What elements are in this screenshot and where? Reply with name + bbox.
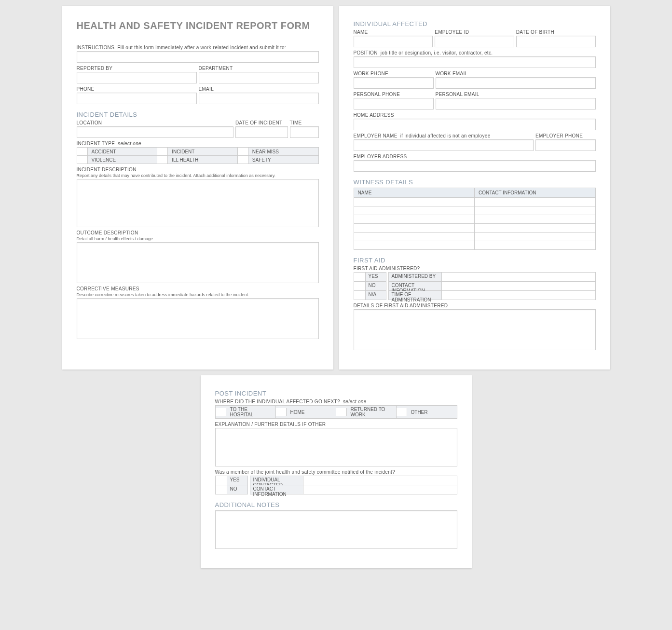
incident-type-opt-violence[interactable]: VIOLENCE: [77, 156, 158, 164]
incident-type-opt-incident[interactable]: INCIDENT: [157, 148, 238, 156]
incident-type-opt-safety[interactable]: SAFETY: [238, 156, 318, 164]
incident-type-hint: select one: [118, 141, 141, 146]
fa-admin-by-label: ADMINISTERED BY: [389, 273, 442, 281]
notes-textarea[interactable]: [215, 510, 457, 549]
cm-individual-label: INDIVIDUAL CONTACTED: [250, 476, 303, 485]
first-aid-opt-no[interactable]: NO: [354, 282, 386, 291]
witness-heading: WITNESS DETAILS: [354, 178, 596, 186]
time-label: TIME: [290, 120, 319, 125]
employer-name-label: EMPLOYER NAME if individual affected is …: [354, 133, 534, 138]
fa-admin-by-input[interactable]: [442, 273, 595, 281]
fa-time-label: TIME OF ADMINSTRATION: [389, 291, 442, 300]
home-address-input[interactable]: [354, 119, 596, 130]
work-email-input[interactable]: [436, 77, 596, 89]
corrective-label: CORRECTIVE MEASURES: [77, 286, 319, 291]
location-input[interactable]: [77, 126, 234, 138]
page-3: POST INCIDENT WHERE DID THE INDIVIDUAL A…: [201, 375, 472, 568]
employer-phone-input[interactable]: [535, 139, 596, 151]
email-label: EMAIL: [199, 86, 319, 92]
cm-individual-input[interactable]: [303, 476, 457, 485]
first-aid-opt-yes[interactable]: YES: [354, 273, 386, 282]
ind-name-input[interactable]: [354, 36, 433, 47]
employer-name-label-text: EMPLOYER NAME: [354, 133, 398, 138]
committee-opt-yes[interactable]: YES: [216, 476, 247, 485]
committee-opts: YES NO: [215, 476, 248, 494]
time-input[interactable]: [290, 126, 319, 138]
fa-details-label: DETAILS OF FIRST AID ADMINISTERED: [354, 303, 596, 308]
position-input[interactable]: [354, 56, 596, 68]
phone-label: PHONE: [77, 86, 197, 92]
department-input[interactable]: [199, 72, 319, 83]
date-input[interactable]: [235, 126, 288, 138]
witness-col-name: NAME: [354, 188, 475, 197]
witness-table: NAME CONTACT INFORMATION: [354, 188, 596, 250]
corrective-textarea[interactable]: [77, 298, 319, 339]
incident-desc-textarea[interactable]: [77, 179, 319, 227]
explain-label: EXPLANATION / FURTHER DETAILS IF OTHER: [215, 422, 457, 427]
incident-desc-label: INCIDENT DESCRIPTION: [77, 167, 319, 172]
witness-row[interactable]: [354, 197, 595, 206]
emp-id-input[interactable]: [435, 36, 514, 47]
employer-name-input[interactable]: [354, 139, 534, 151]
personal-email-input[interactable]: [436, 98, 596, 110]
first-aid-heading: FIRST AID: [354, 257, 596, 264]
incident-desc-hint: Report any details that may have contrib…: [77, 173, 319, 178]
dob-label: DATE OF BIRTH: [516, 29, 596, 35]
witness-row[interactable]: [354, 215, 595, 223]
instructions-input[interactable]: [77, 51, 319, 63]
where-label-text: WHERE DID THE INDIVIDUAL AFFECTED GO NEX…: [215, 399, 340, 404]
work-email-label: WORK EMAIL: [436, 71, 596, 76]
first-aid-opt-na[interactable]: N/A: [354, 291, 386, 300]
fa-details-textarea[interactable]: [354, 309, 596, 350]
fa-time-input[interactable]: [442, 291, 595, 300]
corrective-hint: Describe corrective measures taken to ad…: [77, 292, 319, 297]
employer-phone-label: EMPLOYER PHONE: [535, 133, 596, 138]
page-2: INDIVIDUAL AFFECTED NAME EMPLOYEE ID DAT…: [339, 6, 610, 370]
where-opt-home[interactable]: HOME: [276, 406, 336, 418]
witness-row[interactable]: [354, 206, 595, 215]
cm-contact-input[interactable]: [303, 485, 457, 494]
outcome-textarea[interactable]: [77, 242, 319, 283]
personal-phone-input[interactable]: [354, 98, 434, 110]
explain-textarea[interactable]: [215, 428, 457, 466]
instructions-text: Fill out this form immediately after a w…: [117, 45, 286, 50]
instructions-label-text: INSTRUCTIONS: [77, 45, 115, 50]
incident-type-label: INCIDENT TYPE select one: [77, 141, 319, 146]
incident-type-grid: ACCIDENT INCIDENT NEAR MISS VIOLENCE ILL…: [77, 147, 319, 164]
outcome-hint: Detail all harm / health effects / damag…: [77, 236, 319, 241]
witness-col-contact: CONTACT INFORMATION: [475, 188, 595, 197]
dob-input[interactable]: [516, 36, 596, 47]
email-input[interactable]: [199, 93, 319, 104]
witness-row[interactable]: [354, 223, 595, 232]
incident-type-opt-ill-health[interactable]: ILL HEALTH: [157, 156, 238, 164]
position-label-text: POSITION: [354, 50, 378, 55]
phone-input[interactable]: [77, 93, 197, 104]
reported-by-input[interactable]: [77, 72, 197, 83]
notes-heading: ADDITIONAL NOTES: [215, 501, 457, 508]
work-phone-label: WORK PHONE: [354, 71, 434, 76]
personal-email-label: PERSONAL EMAIL: [436, 92, 596, 97]
witness-row[interactable]: [354, 241, 595, 249]
department-label: DEPARTMENT: [199, 66, 319, 71]
incident-type-opt-near-miss[interactable]: NEAR MISS: [238, 148, 318, 156]
where-label: WHERE DID THE INDIVIDUAL AFFECTED GO NEX…: [215, 399, 457, 404]
first-aid-opts: YES NO N/A: [354, 272, 386, 300]
instructions-label: INSTRUCTIONS Fill out this form immediat…: [77, 45, 319, 50]
page-1: HEALTH AND SAFETY INCIDENT REPORT FORM I…: [62, 6, 333, 370]
cm-contact-label: CONTACT INFORMATION: [250, 485, 303, 494]
position-label: POSITION job title or designation, i.e. …: [354, 50, 596, 55]
where-opt-other[interactable]: OTHER: [397, 406, 457, 418]
date-label: DATE OF INCIDENT: [235, 120, 288, 125]
incident-type-opt-accident[interactable]: ACCIDENT: [77, 148, 158, 156]
incident-details-heading: INCIDENT DETAILS: [77, 111, 319, 118]
where-grid: TO THE HOSPITAL HOME RETURNED TO WORK OT…: [215, 405, 457, 419]
where-opt-returned[interactable]: RETURNED TO WORK: [336, 406, 397, 418]
ind-name-label: NAME: [354, 29, 433, 35]
witness-row[interactable]: [354, 232, 595, 241]
work-phone-input[interactable]: [354, 77, 434, 89]
fa-contact-input[interactable]: [442, 282, 595, 290]
employer-address-input[interactable]: [354, 160, 596, 172]
where-opt-hospital[interactable]: TO THE HOSPITAL: [216, 406, 276, 418]
individual-heading: INDIVIDUAL AFFECTED: [354, 20, 596, 27]
committee-opt-no[interactable]: NO: [216, 485, 247, 494]
